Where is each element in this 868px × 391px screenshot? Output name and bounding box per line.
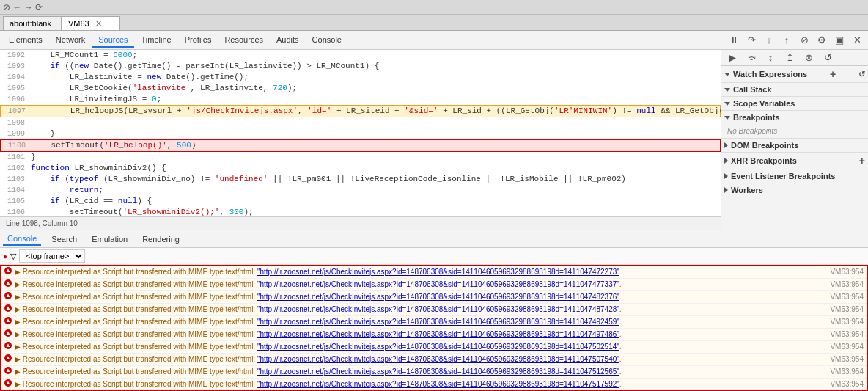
tab-sources[interactable]: Sources [92,33,133,48]
pause-icon[interactable]: ⏸ [726,32,742,48]
watch-refresh-button[interactable]: ↺ [858,70,865,79]
workers-label: Workers [731,186,763,194]
tab-vm63[interactable]: VM63 ✕ [62,16,120,30]
dom-breakpoints-header[interactable]: DOM Breakpoints [721,139,868,152]
tab-console[interactable]: Console [306,33,347,48]
watch-expressions-header[interactable]: Watch Expressions + ↺ [721,66,868,82]
console-msg-text-6: ▶ Resource interpreted as Script but tra… [15,329,827,340]
warning-icon-3: ▲ [4,292,12,299]
warning-icon-6: ▲ [4,329,12,337]
watch-add-button[interactable]: + [830,68,836,80]
console-msg-link-1[interactable]: "http://lr.zoosnet.net/js/CheckInvitejs.… [257,268,619,276]
line-num-1099: 1099 [3,128,31,139]
step-over-right-icon[interactable]: ⤼ [743,50,760,66]
code-line-1096: 1096 LR_inviteimgJS = 0; [0,94,721,105]
event-bp-section: Event Listener Breakpoints [721,169,868,183]
warning-icon-4: ▲ [4,304,12,312]
console-msg-text-2: ▶ Resource interpreted as Script but tra… [15,279,827,290]
settings-icon[interactable]: ⚙ [814,32,830,48]
step-out-icon[interactable]: ↑ [779,32,795,48]
console-msg-link-9[interactable]: "http://lr.zoosnet.net/js/CheckInvitejs.… [257,368,619,376]
tab-label-vm63: VM63 [68,19,89,28]
code-line-1101: 1101 } [0,152,721,163]
console-toolbar: Console Search Emulation Rendering [0,230,868,248]
tab-elements[interactable]: Elements [3,33,48,48]
console-msg-source-3: VM63:954 [830,292,864,302]
tab-profiles[interactable]: Profiles [179,33,218,48]
console-msg-text-1: ▶ Resource interpreted as Script but tra… [15,267,827,277]
console-msg-6: ▲ ▶ Resource interpreted as Script but t… [1,329,867,341]
xhr-breakpoints-label: XHR Breakpoints [731,156,797,165]
close-devtools-icon[interactable]: ✕ [849,32,865,48]
code-content-1095: LR_SetCookie('lastinvite', LR_lastinvite… [31,83,297,94]
resume-icon[interactable]: ▶ [724,50,740,66]
tab-timeline[interactable]: Timeline [136,33,177,48]
breakpoints-header[interactable]: Breakpoints [721,111,868,124]
tab-close-icon[interactable]: ✕ [95,19,102,29]
console-msg-source-1: VM63:954 [830,267,864,277]
call-stack-label: Call Stack [733,85,772,94]
code-content-1096: LR_inviteimgJS = 0; [31,94,161,105]
workers-header[interactable]: Workers [721,183,868,197]
code-line-1099: 1099 } [0,128,721,139]
console-tab-emulation[interactable]: Emulation [87,233,132,245]
xhr-add-button[interactable]: + [859,155,865,167]
line-num-1102: 1102 [3,163,31,174]
frame-selector: ● ▽ <top frame> [0,248,868,265]
tab-resources[interactable]: Resources [218,33,269,48]
code-line-1105: 1105 if (LR_cid == null) { [0,196,721,207]
console-msg-link-10[interactable]: "http://lr.zoosnet.net/js/CheckInvitejs.… [257,380,619,388]
xhr-bp-expand-icon [724,158,728,164]
dom-bp-expand-icon [724,142,728,148]
console-msg-source-10: VM63:954 [830,379,864,390]
deactivate-bp-icon[interactable]: ⊘ [796,32,812,48]
scope-variables-header[interactable]: Scope Variables [721,97,868,110]
code-editor[interactable]: 1092 LR_MCount1 = 5000; 1093 if ((new Da… [0,50,721,216]
console-msg-link-2[interactable]: "http://lr.zoosnet.net/js/CheckInvitejs.… [257,280,619,288]
xhr-breakpoints-header[interactable]: XHR Breakpoints + [721,153,868,169]
console-msg-link-6[interactable]: "http://lr.zoosnet.net/js/CheckInvitejs.… [257,330,619,338]
code-content-1100: setTimeout('LR_hcloop()', 500) [32,140,196,151]
console-tab-search[interactable]: Search [47,233,81,245]
console-messages-list[interactable]: ▲ ▶ Resource interpreted as Script but t… [0,265,868,391]
warning-icon-10: ▲ [4,379,12,387]
code-line-1100: 1100 setTimeout('LR_hcloop()', 500) [0,139,721,152]
console-tab-console[interactable]: Console [3,233,41,246]
deactivate-bp-right-icon[interactable]: ⊗ [801,50,817,66]
console-msg-10: ▲ ▶ Resource interpreted as Script but t… [1,379,867,391]
step-over-icon[interactable]: ↷ [743,32,760,48]
console-msg-link-5[interactable]: "http://lr.zoosnet.net/js/CheckInvitejs.… [257,318,619,326]
browser-chrome: ⊘ ← → ⟳ [0,0,868,15]
breakpoints-empty: No Breakpoints [721,124,868,138]
callstack-expand-icon [724,88,730,92]
tab-about-blank[interactable]: about:blank [3,16,62,30]
call-stack-section: Call Stack [721,83,868,97]
frame-dropdown[interactable]: <top frame> [19,249,85,263]
console-msg-text-9: ▶ Resource interpreted as Script but tra… [15,367,827,377]
console-msg-text-3: ▶ Resource interpreted as Script but tra… [15,292,827,302]
console-tab-rendering[interactable]: Rendering [138,233,184,245]
step-into-right-icon[interactable]: ↕ [762,50,779,66]
tab-audits[interactable]: Audits [271,33,305,48]
console-msg-8: ▲ ▶ Resource interpreted as Script but t… [1,354,867,366]
call-stack-header[interactable]: Call Stack [721,83,868,96]
tab-network[interactable]: Network [50,33,91,48]
step-into-icon[interactable]: ↓ [761,32,777,48]
xhr-breakpoints-section: XHR Breakpoints + [721,153,868,169]
event-bp-header[interactable]: Event Listener Breakpoints [721,169,868,183]
line-num-1094: 1094 [3,72,31,83]
dock-icon[interactable]: ▣ [831,32,847,48]
console-msg-link-3[interactable]: "http://lr.zoosnet.net/js/CheckInvitejs.… [257,293,619,301]
console-msg-link-7[interactable]: "http://lr.zoosnet.net/js/CheckInvitejs.… [257,343,619,351]
console-msg-link-4[interactable]: "http://lr.zoosnet.net/js/CheckInvitejs.… [257,305,619,313]
warning-icon-5: ▲ [4,317,12,324]
refresh-right-icon[interactable]: ↺ [820,50,836,66]
step-out-right-icon[interactable]: ↥ [781,50,798,66]
console-msg-link-8[interactable]: "http://lr.zoosnet.net/js/CheckInvitejs.… [257,355,619,363]
code-line-1097: 1097 LR_hcloopJS(LR_sysurl + 'js/CheckIn… [0,105,721,117]
code-content-1106: setTimeout('LR_showminiDiv2();', 300); [31,207,254,216]
workers-expand-icon [724,187,728,193]
console-msg-source-4: VM63:954 [830,304,864,315]
watch-expressions-section: Watch Expressions + ↺ [721,66,868,83]
code-line-1095: 1095 LR_SetCookie('lastinvite', LR_lasti… [0,83,721,94]
